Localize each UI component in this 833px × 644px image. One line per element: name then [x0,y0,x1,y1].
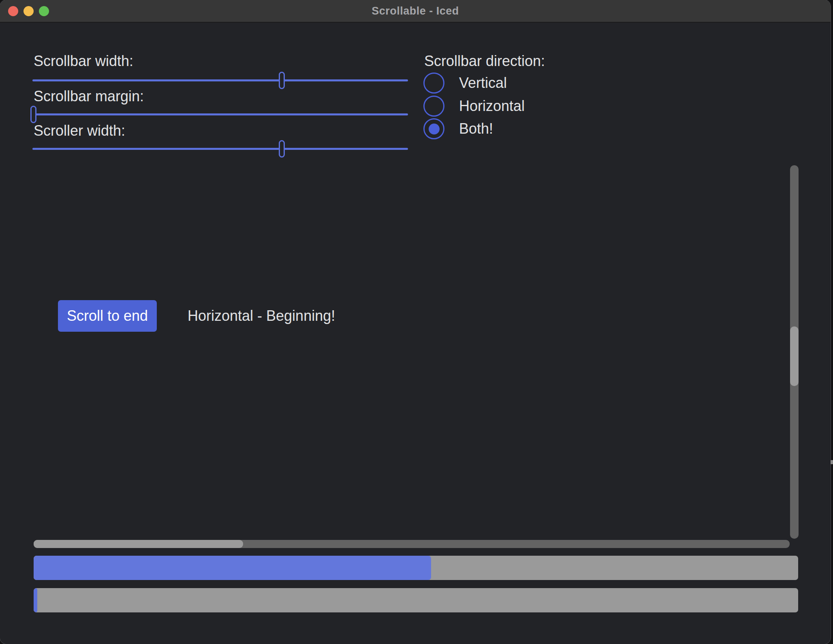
scrollbar-width-label: Scrollbar width: [34,53,133,69]
window-title: Scrollable - Iced [372,5,459,17]
horizontal-scroll-progressbar-fill [34,588,37,612]
scrollbar-width-slider-handle[interactable] [279,72,285,89]
radio-both[interactable]: Both! [423,118,493,139]
scrollbar-margin-label: Scrollbar margin: [34,88,144,104]
horizontal-scrollbar-track[interactable] [34,540,790,548]
radio-vertical-label: Vertical [459,75,507,92]
vertical-scrollbar-thumb[interactable] [790,326,799,386]
close-button[interactable] [8,6,18,16]
app-window: Scrollable - Iced Scrollbar width: Scrol… [0,0,831,644]
scroll-status-text: Horizontal - Beginning! [188,300,335,332]
scrollbar-direction-label: Scrollbar direction: [424,53,545,69]
radio-vertical-circle[interactable] [423,73,444,94]
horizontal-scrollbar-thumb[interactable] [34,540,243,548]
radio-vertical[interactable]: Vertical [423,73,507,94]
radio-horizontal[interactable]: Horizontal [423,96,525,117]
radio-horizontal-label: Horizontal [459,98,525,115]
radio-both-circle[interactable] [423,118,444,139]
vertical-scroll-progressbar [34,556,798,580]
zoom-button[interactable] [39,6,49,16]
scrollbar-margin-slider-handle[interactable] [30,106,36,123]
vertical-scrollbar-track[interactable] [790,165,799,539]
radio-both-label: Both! [459,120,493,137]
scroll-to-end-button[interactable]: Scroll to end [58,300,157,332]
scrollbar-width-slider-track[interactable] [32,79,408,81]
titlebar[interactable]: Scrollable - Iced [0,0,831,23]
radio-horizontal-circle[interactable] [423,96,444,117]
scroll-to-end-button-label: Scroll to end [67,307,148,324]
minimize-button[interactable] [23,6,34,16]
radio-selected-dot [429,124,440,134]
vertical-scroll-progressbar-fill [34,556,431,580]
horizontal-scroll-progressbar [34,588,798,612]
background-window-edge [831,460,833,464]
scrollbar-margin-slider-track[interactable] [32,113,408,115]
scroller-width-slider-handle[interactable] [279,140,285,158]
scroller-width-slider-track[interactable] [32,148,408,150]
scroller-width-label: Scroller width: [34,122,125,139]
